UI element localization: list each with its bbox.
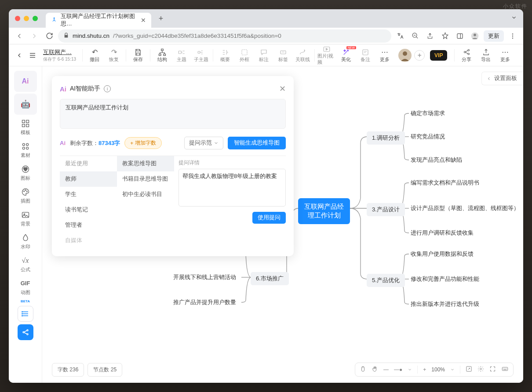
rail-material[interactable]: 素材 [14,139,37,160]
save-button[interactable]: 保存 [129,46,147,65]
undo-button[interactable]: ↶撤回 [85,46,104,65]
beautify-button[interactable]: NEW美化 [337,46,355,65]
mindmap-root[interactable]: 互联网产品经理工作计划 [298,198,350,224]
note-button[interactable]: 标注 [255,46,273,65]
rail-robot[interactable]: 🤖 [14,94,37,115]
update-button[interactable]: 更新 [484,30,504,42]
role-item[interactable]: 教师 [60,171,117,187]
mouse-icon[interactable] [360,366,366,374]
redo-button[interactable]: ↷恢复 [105,46,123,65]
structure-button[interactable]: 结构 [153,46,171,65]
mindmap-leaf[interactable]: 推出新版本并进行迭代升级 [411,301,479,308]
rail-watermark[interactable]: 水印 [14,231,37,252]
vip-badge[interactable]: VIP [430,50,447,61]
tab-close-icon[interactable]: ✕ [141,17,146,24]
tab-list-icon[interactable] [511,15,517,22]
keyboard-icon[interactable] [501,366,509,374]
boundary-button[interactable]: 外框 [235,46,254,65]
role-item[interactable]: 自媒体 [60,233,117,248]
detail-input[interactable] [179,169,286,207]
demo-dropdown[interactable]: 提问示范 [184,137,223,149]
role-item[interactable]: 学生 [60,187,117,202]
remark-button[interactable]: 备注 [356,46,375,65]
mindmap-leaf[interactable]: 确定市场需求 [411,110,445,117]
back-button[interactable] [13,30,26,42]
settings-panel-tab[interactable]: 设置面板 [481,72,523,85]
rail-illus[interactable]: 插图 [14,185,37,206]
zoom-out-icon[interactable] [409,30,421,42]
role-item[interactable]: 管理者 [60,218,117,233]
profile-icon[interactable] [469,30,481,42]
generate-button[interactable]: 智能生成思维导图 [228,137,286,149]
rail-formula[interactable]: √x公式 [14,254,37,275]
mindmap-leaf[interactable]: 研究竞品情况 [411,133,445,141]
doc-title[interactable]: 互联网产… [43,48,76,56]
url-box[interactable]: mind.shutu.cn/?works_guid=c2044dbe35fef3… [58,29,391,43]
avatar[interactable] [398,49,412,62]
hand-icon[interactable] [372,366,378,374]
rail-outline-button[interactable] [18,306,33,322]
canvas[interactable]: 设置面板 [42,66,523,383]
mindmap-leaf[interactable]: 进行用户调研和反馈收集 [411,229,474,237]
mindmap-leaf[interactable]: 设计产品原型（草图、流程图、线框图等） [411,205,519,212]
rail-template[interactable]: 模板 [14,116,37,138]
export-button[interactable]: 导出 [477,46,495,65]
rail-bg[interactable]: 背景 [14,208,37,229]
media-button[interactable]: 图片|视频 [317,46,336,65]
mindmap-leaf[interactable]: 发现产品亮点和缺陷 [411,156,462,164]
tag-button[interactable]: 标签 [274,46,292,65]
app-back-button[interactable] [13,47,26,63]
mindmap-branch[interactable]: 6.市场推广 [251,272,289,285]
template-item[interactable]: 教案思维导图 [117,156,174,171]
subtopic-button[interactable]: 子主题 [192,46,210,65]
mindmap-leaf[interactable]: 推广产品并提升用户数量 [173,299,236,306]
add-chars-button[interactable]: +增加字数 [124,137,162,149]
role-item[interactable]: 读书笔记 [60,202,117,218]
template-item[interactable]: 书籍目录思维导图 [117,171,174,187]
info-icon[interactable]: i [104,85,111,92]
zoom-minus-icon[interactable]: — [383,367,389,373]
relate-button[interactable]: 关联线 [293,46,312,65]
share-icon[interactable] [424,30,436,42]
rail-icon[interactable]: 图标 [14,162,37,183]
reload-button[interactable] [43,30,55,42]
use-prompt-button[interactable]: 使用提问 [252,212,286,224]
rail-gif[interactable]: GIF动图 [14,276,37,298]
fullscreen-icon[interactable] [489,366,496,374]
maximize-window[interactable] [33,16,38,21]
translate-icon[interactable] [394,30,406,42]
more-button[interactable]: ⋯更多 [496,46,514,65]
rail-share-button[interactable] [18,324,33,340]
hamburger-icon[interactable] [26,47,39,63]
zoom-plus-icon[interactable]: + [423,367,426,373]
bookmark-icon[interactable] [439,30,451,42]
rail-ai[interactable]: Ai [14,71,37,92]
mindmap-leaf[interactable]: 修改和完善产品功能和性能 [411,276,479,283]
topic-button[interactable]: 主题 [172,46,191,65]
settings-icon[interactable] [477,366,484,374]
mindmap-branch[interactable]: 3.产品设计 [367,203,405,216]
new-tab-button[interactable]: + [155,12,167,25]
sidepanel-icon[interactable] [454,30,466,42]
chevron-down-icon[interactable] [408,367,412,372]
chevron-down-icon[interactable] [450,367,455,372]
browser-tab[interactable]: 互联网产品经理工作计划树图思… ✕ [46,13,151,28]
connector-icon[interactable]: —● [394,367,402,373]
more-tools-button[interactable]: ⋯更多 [375,46,394,65]
minimize-window[interactable] [24,16,29,21]
mindmap-branch[interactable]: 1.调研分析 [367,131,405,145]
menu-icon[interactable] [506,30,519,42]
mindmap-branch[interactable]: 5.产品优化 [367,274,405,287]
summary-button[interactable]: 概要 [216,46,234,65]
fit-icon[interactable] [466,366,472,374]
share-button[interactable]: 分享 [457,46,476,65]
template-item[interactable]: 初中生必读书目 [117,187,174,202]
close-window[interactable] [15,16,20,21]
mindmap-leaf[interactable]: 开展线下和线上营销活动 [173,274,236,281]
forward-button[interactable] [28,30,40,42]
add-member-button[interactable]: + [414,50,425,61]
mindmap-leaf[interactable]: 编写需求文档和产品说明书 [411,179,479,187]
close-icon[interactable]: ✕ [279,84,286,94]
ai-prompt-input[interactable] [60,99,286,129]
mindmap-leaf[interactable]: 收集用户使用数据和反馈 [411,250,474,258]
